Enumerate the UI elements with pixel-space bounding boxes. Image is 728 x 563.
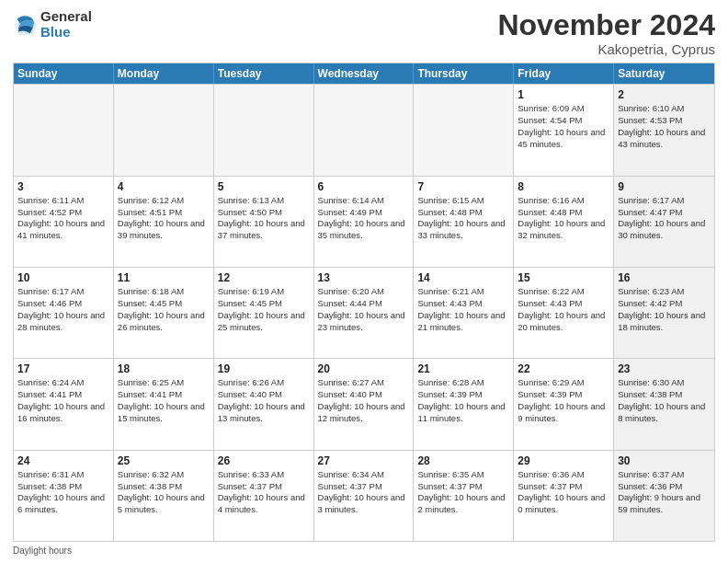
daylight-text: Daylight: 10 hours and 9 minutes. xyxy=(518,401,605,423)
daylight-text: Daylight: 10 hours and 12 minutes. xyxy=(318,401,405,423)
day-number: 20 xyxy=(318,362,410,376)
day-cell-19: 19Sunrise: 6:26 AMSunset: 4:40 PMDayligh… xyxy=(214,359,314,449)
day-number: 26 xyxy=(218,454,310,468)
day-cell-18: 18Sunrise: 6:25 AMSunset: 4:41 PMDayligh… xyxy=(114,359,214,449)
day-cell-27: 27Sunrise: 6:34 AMSunset: 4:37 PMDayligh… xyxy=(314,451,415,541)
daylight-text: Daylight: 10 hours and 28 minutes. xyxy=(17,310,105,332)
day-cell-20: 20Sunrise: 6:27 AMSunset: 4:40 PMDayligh… xyxy=(314,359,415,449)
header-day-thursday: Thursday xyxy=(414,63,514,84)
logo-general: General xyxy=(40,9,92,25)
empty-cell xyxy=(314,85,415,175)
sunset-text: Sunset: 4:41 PM xyxy=(118,389,182,399)
sunset-text: Sunset: 4:54 PM xyxy=(518,115,582,125)
daylight-text: Daylight: 10 hours and 39 minutes. xyxy=(118,218,205,240)
day-number: 1 xyxy=(518,87,609,102)
logo-icon xyxy=(13,12,39,38)
sunrise-text: Sunrise: 6:18 AM xyxy=(118,286,184,296)
day-cell-5: 5Sunrise: 6:13 AMSunset: 4:50 PMDaylight… xyxy=(214,177,314,267)
day-number: 17 xyxy=(17,362,109,376)
day-cell-3: 3Sunrise: 6:11 AMSunset: 4:52 PMDaylight… xyxy=(14,177,114,267)
day-cell-26: 26Sunrise: 6:33 AMSunset: 4:37 PMDayligh… xyxy=(214,451,314,541)
day-cell-10: 10Sunrise: 6:17 AMSunset: 4:46 PMDayligh… xyxy=(14,268,114,358)
daylight-text: Daylight: 10 hours and 15 minutes. xyxy=(118,401,205,423)
sunrise-text: Sunrise: 6:34 AM xyxy=(318,469,384,479)
sunrise-text: Sunrise: 6:23 AM xyxy=(618,286,684,296)
sunrise-text: Sunrise: 6:25 AM xyxy=(118,377,184,387)
calendar-header: SundayMondayTuesdayWednesdayThursdayFrid… xyxy=(14,63,714,84)
day-cell-6: 6Sunrise: 6:14 AMSunset: 4:49 PMDaylight… xyxy=(314,177,415,267)
page-container: General Blue November 2024 Kakopetria, C… xyxy=(0,0,728,563)
day-number: 22 xyxy=(518,362,609,376)
sunrise-text: Sunrise: 6:13 AM xyxy=(218,195,284,205)
daylight-text: Daylight: 10 hours and 16 minutes. xyxy=(17,401,105,423)
daylight-text: Daylight: 10 hours and 2 minutes. xyxy=(417,492,505,514)
daylight-text: Daylight: 10 hours and 41 minutes. xyxy=(17,218,105,240)
page-header: General Blue November 2024 Kakopetria, C… xyxy=(13,9,715,57)
daylight-text: Daylight: 10 hours and 32 minutes. xyxy=(518,218,605,240)
title-block: November 2024 Kakopetria, Cyprus xyxy=(497,9,715,57)
day-cell-23: 23Sunrise: 6:30 AMSunset: 4:38 PMDayligh… xyxy=(614,359,714,449)
logo: General Blue xyxy=(13,9,92,40)
sunset-text: Sunset: 4:37 PM xyxy=(518,481,582,491)
sunset-text: Sunset: 4:37 PM xyxy=(318,481,382,491)
day-number: 2 xyxy=(618,87,711,102)
main-title: November 2024 xyxy=(497,9,715,41)
day-number: 12 xyxy=(218,270,310,285)
day-cell-13: 13Sunrise: 6:20 AMSunset: 4:44 PMDayligh… xyxy=(314,268,415,358)
sunrise-text: Sunrise: 6:12 AM xyxy=(118,195,184,205)
daylight-text: Daylight: 10 hours and 35 minutes. xyxy=(318,218,405,240)
empty-cell xyxy=(414,85,514,175)
sunrise-text: Sunrise: 6:36 AM xyxy=(518,469,584,479)
sunrise-text: Sunrise: 6:22 AM xyxy=(518,286,584,296)
daylight-text: Daylight: 10 hours and 26 minutes. xyxy=(118,310,205,332)
logo-blue: Blue xyxy=(40,25,92,40)
sunset-text: Sunset: 4:37 PM xyxy=(417,481,482,491)
daylight-text: Daylight: 10 hours and 11 minutes. xyxy=(417,401,505,423)
daylight-text: Daylight: 10 hours and 30 minutes. xyxy=(618,218,705,240)
day-number: 3 xyxy=(17,179,109,194)
empty-cell xyxy=(114,85,214,175)
calendar: SundayMondayTuesdayWednesdayThursdayFrid… xyxy=(13,63,715,542)
sunset-text: Sunset: 4:52 PM xyxy=(17,207,82,217)
day-number: 9 xyxy=(618,179,711,194)
day-number: 15 xyxy=(518,270,609,285)
day-cell-30: 30Sunrise: 6:37 AMSunset: 4:36 PMDayligh… xyxy=(614,451,714,541)
day-cell-7: 7Sunrise: 6:15 AMSunset: 4:48 PMDaylight… xyxy=(414,177,514,267)
header-day-monday: Monday xyxy=(114,63,214,84)
empty-cell xyxy=(214,85,314,175)
sunrise-text: Sunrise: 6:29 AM xyxy=(518,377,584,387)
day-cell-16: 16Sunrise: 6:23 AMSunset: 4:42 PMDayligh… xyxy=(614,268,714,358)
sunrise-text: Sunrise: 6:26 AM xyxy=(218,377,284,387)
day-cell-14: 14Sunrise: 6:21 AMSunset: 4:43 PMDayligh… xyxy=(414,268,514,358)
calendar-body: 1Sunrise: 6:09 AMSunset: 4:54 PMDaylight… xyxy=(14,84,714,541)
sunset-text: Sunset: 4:51 PM xyxy=(118,207,182,217)
day-number: 7 xyxy=(417,179,509,194)
header-day-wednesday: Wednesday xyxy=(314,63,415,84)
daylight-text: Daylight: 10 hours and 21 minutes. xyxy=(417,310,505,332)
footer-note: Daylight hours xyxy=(13,546,715,556)
sunrise-text: Sunrise: 6:10 AM xyxy=(618,103,684,113)
sunset-text: Sunset: 4:40 PM xyxy=(318,389,382,399)
sunrise-text: Sunrise: 6:14 AM xyxy=(318,195,384,205)
daylight-text: Daylight: 10 hours and 20 minutes. xyxy=(518,310,605,332)
day-number: 25 xyxy=(118,454,210,468)
day-cell-25: 25Sunrise: 6:32 AMSunset: 4:38 PMDayligh… xyxy=(114,451,214,541)
day-number: 21 xyxy=(417,362,509,376)
sunset-text: Sunset: 4:48 PM xyxy=(518,207,582,217)
sunset-text: Sunset: 4:48 PM xyxy=(417,207,482,217)
sunrise-text: Sunrise: 6:17 AM xyxy=(17,286,84,296)
sunset-text: Sunset: 4:44 PM xyxy=(318,298,382,308)
daylight-text: Daylight: 10 hours and 37 minutes. xyxy=(218,218,305,240)
sunset-text: Sunset: 4:39 PM xyxy=(417,389,482,399)
day-cell-9: 9Sunrise: 6:17 AMSunset: 4:47 PMDaylight… xyxy=(614,177,714,267)
day-cell-8: 8Sunrise: 6:16 AMSunset: 4:48 PMDaylight… xyxy=(514,177,614,267)
subtitle: Kakopetria, Cyprus xyxy=(497,41,715,57)
daylight-text: Daylight: 10 hours and 8 minutes. xyxy=(618,401,705,423)
day-number: 11 xyxy=(118,270,210,285)
header-day-friday: Friday xyxy=(514,63,614,84)
day-number: 28 xyxy=(417,454,509,468)
daylight-text: Daylight: 10 hours and 25 minutes. xyxy=(218,310,305,332)
sunrise-text: Sunrise: 6:33 AM xyxy=(218,469,284,479)
sunrise-text: Sunrise: 6:35 AM xyxy=(417,469,483,479)
sunset-text: Sunset: 4:45 PM xyxy=(118,298,182,308)
